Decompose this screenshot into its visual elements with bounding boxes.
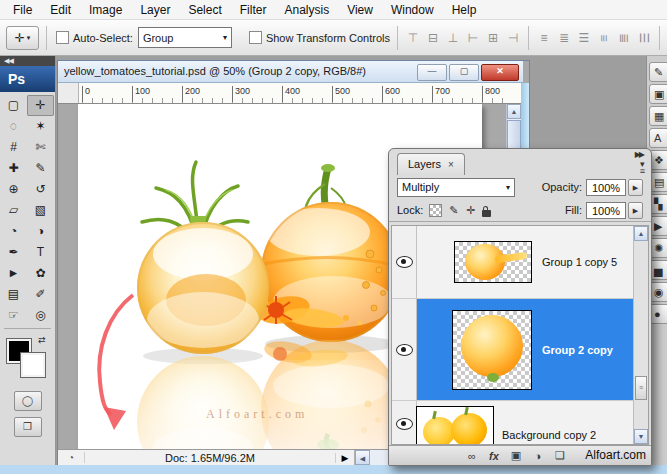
lock-image-icon[interactable]: ✎ — [446, 204, 461, 217]
menu-view[interactable]: View — [338, 1, 382, 19]
align-right-edges-icon[interactable]: ⊣ — [505, 31, 521, 45]
lasso-tool[interactable]: ◌ — [0, 116, 27, 137]
layer-name[interactable]: Group 2 copy — [542, 344, 613, 356]
fill-slider-button[interactable]: ▶ — [628, 202, 643, 219]
minimize-button[interactable]: — — [417, 64, 447, 81]
layer-thumbnail[interactable] — [452, 310, 532, 390]
maximize-button[interactable]: ▢ — [449, 64, 479, 81]
menu-select[interactable]: Select — [179, 1, 230, 19]
scroll-up-icon[interactable]: ▲ — [507, 104, 521, 119]
swap-colors-icon[interactable]: ⇄ — [38, 335, 46, 345]
lock-transparency-icon[interactable] — [429, 204, 442, 217]
layers-scroll-thumb[interactable]: ≡ — [635, 376, 647, 400]
move-tool[interactable]: ✛ — [27, 95, 54, 116]
history-brush-tool[interactable]: ↺ — [27, 179, 54, 200]
screen-mode-button[interactable]: ❐ — [14, 417, 42, 437]
hand-tool[interactable]: ☞ — [0, 305, 27, 326]
distribute-vertical-centers-icon[interactable]: ≣ — [556, 31, 572, 45]
align-left-edges-icon[interactable]: ⊢ — [465, 31, 481, 45]
close-button[interactable]: ✕ — [481, 64, 519, 81]
distribute-right-edges-icon[interactable]: ☰ — [637, 30, 651, 46]
layer-visibility-eye-icon[interactable] — [396, 418, 413, 430]
menu-help[interactable]: Help — [443, 1, 486, 19]
distribute-left-edges-icon[interactable]: ≡ — [597, 30, 611, 46]
scroll-up-icon[interactable]: ▲ — [634, 226, 648, 241]
clone-stamp-tool[interactable]: ⊕ — [0, 179, 27, 200]
status-menu-icon[interactable]: ◔ — [58, 452, 85, 463]
dodge-tool[interactable]: ◑ — [27, 221, 54, 242]
distribute-bottom-edges-icon[interactable]: ☰ — [576, 31, 592, 45]
layer-thumbnail[interactable] — [454, 241, 532, 283]
link-layers-icon[interactable]: ∞ — [461, 450, 483, 462]
opacity-field[interactable]: 100% — [586, 179, 626, 196]
clone-source-panel-icon[interactable]: ▣ — [649, 84, 667, 104]
auto-select-checkbox[interactable] — [56, 31, 69, 44]
quick-mask-button[interactable]: ◯ — [14, 391, 42, 411]
blur-tool[interactable]: ◔ — [0, 221, 27, 242]
new-group-icon[interactable]: ❏ — [549, 449, 571, 462]
opacity-slider-button[interactable]: ▶ — [628, 179, 643, 196]
panel-menu-icon[interactable]: ▾ ≡ — [640, 161, 645, 175]
blend-mode-dropdown[interactable]: Multiply ▾ — [397, 178, 515, 197]
distribute-horizontal-centers-icon[interactable]: ≣ — [617, 30, 631, 46]
eyedropper-tool[interactable]: ✐ — [27, 284, 54, 305]
tab-close-icon[interactable]: × — [448, 159, 454, 170]
path-selection-tool[interactable]: ► — [0, 263, 27, 284]
zoom-tool[interactable]: ◎ — [27, 305, 54, 326]
menu-edit[interactable]: Edit — [41, 1, 80, 19]
layers-tab[interactable]: Layers × — [397, 153, 465, 175]
layer-visibility-eye-icon[interactable] — [396, 344, 413, 356]
document-title-bar[interactable]: yellow_tomatoes_tutorial.psd @ 50% (Grou… — [58, 61, 523, 83]
layer-visibility-eye-icon[interactable] — [396, 256, 413, 268]
align-top-edges-icon[interactable]: ⊤ — [405, 31, 421, 45]
menu-analysis[interactable]: Analysis — [275, 1, 338, 19]
menu-image[interactable]: Image — [80, 1, 131, 19]
visibility-cell — [392, 299, 417, 400]
layers-scrollbar[interactable]: ▲ ≡ ▼ — [633, 226, 648, 444]
toolbox-collapse-icon[interactable]: ◀◀ — [0, 56, 55, 66]
scroll-down-icon[interactable]: ▼ — [634, 429, 648, 444]
gradient-tool[interactable]: ▧ — [27, 200, 54, 221]
lock-position-icon[interactable]: ✛ — [463, 204, 478, 217]
swatches-panel-icon[interactable]: ▦ — [649, 106, 667, 126]
layer-row[interactable]: Group 1 copy 5 — [392, 226, 648, 299]
custom-shape-tool[interactable]: ✿ — [27, 263, 54, 284]
type-tool[interactable]: T — [27, 242, 54, 263]
lock-all-icon[interactable] — [482, 210, 491, 217]
rectangular-marquee-tool[interactable]: ▢ — [0, 95, 27, 116]
panel-collapse-icon[interactable]: ▶▶ — [635, 150, 643, 159]
status-flyout-arrow-icon[interactable]: ▶ — [335, 453, 354, 463]
brushes-panel-icon[interactable]: ✎ — [649, 62, 667, 82]
pen-tool[interactable]: ✒ — [0, 242, 27, 263]
distribute-top-edges-icon[interactable]: ≡ — [536, 31, 552, 45]
menu-file[interactable]: File — [4, 1, 41, 19]
auto-select-dropdown[interactable]: Group ▾ — [138, 27, 232, 48]
menu-filter[interactable]: Filter — [231, 1, 276, 19]
fill-field[interactable]: 100% — [586, 202, 626, 219]
adjustment-layer-icon[interactable]: ◑ — [527, 450, 549, 462]
layer-row[interactable]: Background copy 2 — [392, 401, 648, 445]
scroll-left-icon[interactable]: ◀ — [355, 450, 370, 465]
character-panel-icon[interactable]: A — [649, 128, 667, 148]
align-vertical-centers-icon[interactable]: ⊟ — [425, 31, 441, 45]
layer-name[interactable]: Group 1 copy 5 — [542, 256, 617, 268]
crop-tool[interactable]: # — [0, 137, 27, 158]
slice-tool[interactable]: ✄ — [27, 137, 54, 158]
add-layer-mask-icon[interactable]: ▣ — [505, 449, 527, 462]
menu-window[interactable]: Window — [382, 1, 443, 19]
menu-layer[interactable]: Layer — [131, 1, 179, 19]
current-tool-well[interactable]: ✛ ▾ — [6, 26, 39, 50]
show-transform-checkbox[interactable] — [249, 31, 262, 44]
notes-tool[interactable]: ▤ — [0, 284, 27, 305]
layer-name[interactable]: Background copy 2 — [502, 429, 596, 441]
layer-thumbnail[interactable] — [416, 406, 494, 445]
background-color-swatch[interactable] — [21, 353, 45, 377]
brush-tool[interactable]: ✎ — [27, 158, 54, 179]
align-bottom-edges-icon[interactable]: ⊥ — [445, 31, 461, 45]
align-horizontal-centers-icon[interactable]: ⊞ — [485, 31, 501, 45]
magic-wand-tool[interactable]: ✶ — [27, 116, 54, 137]
healing-brush-tool[interactable]: ✚ — [0, 158, 27, 179]
eraser-tool[interactable]: ▱ — [0, 200, 27, 221]
layer-style-icon[interactable]: fx — [483, 450, 505, 462]
layer-row-selected[interactable]: Group 2 copy — [392, 299, 648, 401]
